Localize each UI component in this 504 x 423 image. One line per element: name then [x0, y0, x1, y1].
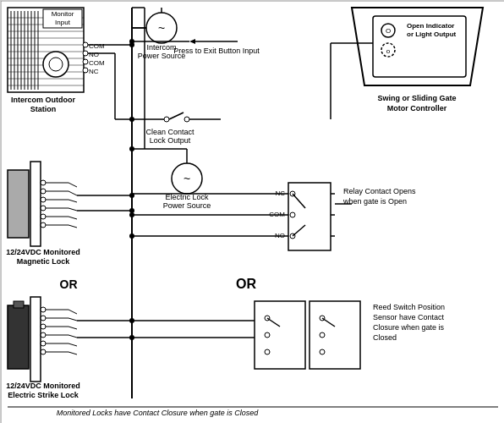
svg-text:Intercom: Intercom [146, 43, 176, 52]
svg-text:~: ~ [158, 21, 165, 35]
svg-text:OR: OR [236, 277, 256, 291]
svg-text:Relay Contact Opens: Relay Contact Opens [343, 187, 416, 195]
svg-point-51 [129, 42, 134, 47]
svg-text:or Light Output: or Light Output [407, 30, 457, 38]
svg-text:Intercom Outdoor: Intercom Outdoor [11, 96, 75, 104]
svg-point-26 [49, 58, 63, 71]
svg-point-163 [265, 349, 270, 354]
svg-point-103 [41, 332, 46, 338]
svg-point-166 [320, 332, 325, 338]
svg-text:Swing or Sliding Gate: Swing or Sliding Gate [377, 94, 456, 102]
svg-point-101 [41, 316, 46, 321]
svg-point-69 [129, 146, 134, 151]
svg-text:Electric Strike Lock: Electric Strike Lock [8, 391, 79, 399]
svg-point-157 [129, 233, 134, 239]
svg-rect-71 [30, 162, 41, 246]
svg-text:Closure when gate is: Closure when gate is [373, 323, 445, 332]
svg-point-27 [83, 42, 88, 47]
svg-text:Motor Controller: Motor Controller [387, 104, 447, 113]
svg-text:Input: Input [55, 19, 71, 26]
svg-text:Magnetic Lock: Magnetic Lock [17, 257, 71, 266]
svg-text:Station: Station [30, 105, 57, 113]
svg-rect-159 [255, 301, 305, 369]
svg-text:NO: NO [89, 51, 99, 58]
svg-point-73 [41, 189, 46, 194]
svg-point-162 [265, 332, 270, 338]
svg-point-77 [41, 222, 46, 228]
svg-text:Monitored Locks have Contact C: Monitored Locks have Contact Closure whe… [57, 409, 260, 417]
svg-text:12/24VDC Monitored: 12/24VDC Monitored [6, 382, 80, 390]
svg-rect-70 [8, 170, 29, 238]
svg-text:Closed: Closed [373, 333, 397, 342]
svg-point-105 [41, 349, 46, 354]
svg-point-143 [290, 212, 295, 217]
svg-text:~: ~ [184, 172, 190, 185]
svg-point-102 [41, 324, 46, 329]
svg-point-30 [83, 68, 88, 73]
svg-point-28 [83, 51, 88, 56]
svg-text:COM: COM [89, 59, 105, 67]
svg-text:o: o [386, 47, 391, 55]
svg-rect-98 [14, 301, 24, 308]
svg-point-104 [41, 341, 46, 346]
svg-point-29 [83, 59, 88, 64]
svg-point-167 [320, 349, 325, 354]
svg-text:COM: COM [89, 42, 105, 50]
svg-text:Clean Contact: Clean Contact [145, 128, 194, 136]
svg-text:when gate is Open: when gate is Open [342, 197, 407, 206]
svg-text:Press to Exit Button Input: Press to Exit Button Input [173, 47, 260, 55]
svg-text:OR: OR [60, 277, 78, 291]
wiring-diagram: Monitor Input COM NO COM NC Intercom Out… [0, 0, 504, 423]
svg-point-74 [41, 197, 46, 202]
svg-text:Monitor: Monitor [52, 10, 74, 18]
svg-point-53 [184, 117, 189, 122]
svg-point-72 [41, 180, 46, 185]
svg-text:Power Source: Power Source [163, 201, 211, 210]
svg-point-156 [129, 212, 134, 217]
svg-text:O: O [386, 27, 391, 35]
svg-text:12/24VDC Monitored: 12/24VDC Monitored [6, 248, 80, 256]
svg-text:Reed Switch Position: Reed Switch Position [373, 303, 445, 311]
svg-text:Sensor have Contact: Sensor have Contact [373, 313, 445, 321]
svg-rect-160 [310, 301, 360, 369]
svg-rect-99 [30, 297, 41, 382]
svg-text:Open Indicator: Open Indicator [407, 22, 454, 30]
svg-rect-97 [8, 305, 29, 369]
svg-text:NC: NC [89, 68, 99, 75]
svg-point-76 [41, 214, 46, 219]
svg-text:Lock Output: Lock Output [150, 136, 191, 145]
svg-point-52 [164, 117, 169, 122]
svg-point-75 [41, 206, 46, 211]
svg-point-100 [41, 307, 46, 312]
